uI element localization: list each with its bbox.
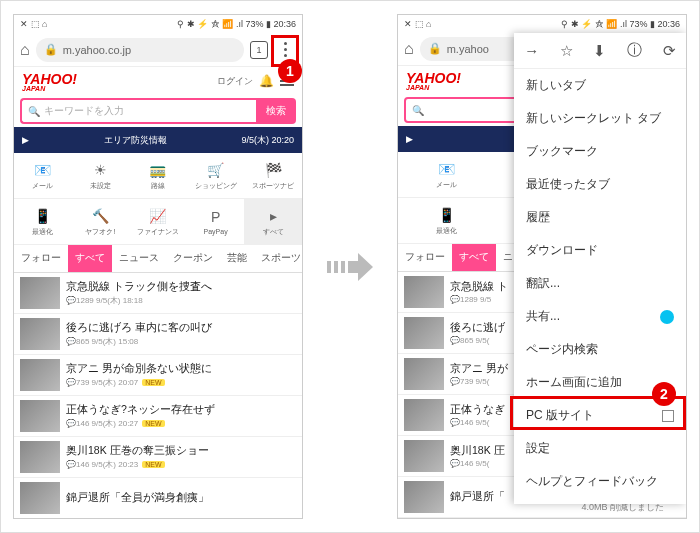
news-item[interactable]: 奥川18K 圧巻の奪三振ショー💬146 9/5(木) 20:23 NEW bbox=[14, 437, 302, 478]
tab-ニュース[interactable]: ニュース bbox=[112, 245, 166, 272]
service-メール[interactable]: 📧メール bbox=[14, 153, 72, 198]
search-button[interactable]: 検索 bbox=[256, 98, 296, 124]
news-thumbnail bbox=[404, 440, 444, 472]
url-field[interactable]: 🔒 m.yahoo.co.jp bbox=[36, 38, 244, 62]
search-icon: 🔍 bbox=[412, 105, 424, 116]
menu-label: 共有... bbox=[526, 308, 560, 325]
menu-label: ブックマーク bbox=[526, 143, 598, 160]
menu-label: 履歴 bbox=[526, 209, 550, 226]
menu-action-icon[interactable]: ⬇ bbox=[593, 42, 606, 60]
news-list: 京急脱線 トラック側を捜査へ💬1289 9/5(木) 18:18後ろに逃げろ 車… bbox=[14, 273, 302, 518]
service-天気[interactable]: ☀未設定 bbox=[72, 153, 130, 198]
service-ファイナンス[interactable]: 📈ファイナンス bbox=[129, 199, 187, 244]
menu-top-row: →☆⬇ⓘ⟳ bbox=[514, 33, 686, 69]
news-title: 正体うなぎ?ネッシー存在せず bbox=[66, 403, 296, 416]
service-icons-row2: 📱最適化🔨ヤフオク!📈ファイナンスPPayPay▸すべて bbox=[14, 199, 302, 245]
menu-label: ダウンロード bbox=[526, 242, 598, 259]
phone-left: 1 ✕ ⬚ ⌂ ⚲ ✱ ⚡ ⛤ 📶 .ıl 73% ▮ 20:36 ⌂ 🔒 m.… bbox=[13, 14, 303, 519]
phone-right: ✕ ⬚ ⌂ ⚲ ✱ ⚡ ⛤ 📶 .ıl 73% ▮ 20:36 ⌂ 🔒 m.ya… bbox=[397, 14, 687, 519]
tab-フォロー[interactable]: フォロー bbox=[14, 245, 68, 272]
menu-item-設定[interactable]: 設定 bbox=[514, 432, 686, 465]
menu-item-翻訳...[interactable]: 翻訳... bbox=[514, 267, 686, 300]
news-item[interactable]: 京急脱線 トラック側を捜査へ💬1289 9/5(木) 18:18 bbox=[14, 273, 302, 314]
news-title: 後ろに逃げろ 車内に客の叫び bbox=[66, 321, 296, 334]
menu-item-履歴[interactable]: 履歴 bbox=[514, 201, 686, 234]
menu-item-ダウンロード[interactable]: ダウンロード bbox=[514, 234, 686, 267]
news-meta: 💬1289 9/5(木) 18:18 bbox=[66, 295, 296, 306]
tab-すべて[interactable]: すべて bbox=[452, 244, 496, 271]
service-ヤフオク![interactable]: 🔨ヤフオク! bbox=[72, 199, 130, 244]
news-thumbnail bbox=[20, 400, 60, 432]
service-ショッピング[interactable]: 🛒ショッピング bbox=[187, 153, 245, 198]
home-icon[interactable]: ⌂ bbox=[20, 41, 30, 59]
yahoo-header: YAHOO!JAPAN ログイン 🔔 bbox=[14, 67, 302, 95]
news-tabs: フォローすべてニュースクーポン芸能スポーツ bbox=[14, 245, 302, 273]
tab-芸能[interactable]: 芸能 bbox=[220, 245, 254, 272]
search-input[interactable]: 🔍 キーワードを入力 bbox=[20, 98, 256, 124]
yahoo-logo[interactable]: YAHOO!JAPAN bbox=[22, 71, 77, 91]
cast-icon bbox=[660, 310, 674, 324]
menu-label: ヘルプとフィードバック bbox=[526, 473, 658, 490]
news-title: 京急脱線 トラック側を捜査へ bbox=[66, 280, 296, 293]
notification-icon[interactable]: 🔔 bbox=[259, 74, 274, 88]
service-最適化[interactable]: 📱最適化 bbox=[398, 198, 494, 243]
login-link[interactable]: ログイン bbox=[217, 75, 253, 88]
svg-marker-4 bbox=[358, 253, 373, 281]
menu-item-共有...[interactable]: 共有... bbox=[514, 300, 686, 333]
menu-action-icon[interactable]: → bbox=[524, 42, 539, 59]
menu-action-icon[interactable]: ☆ bbox=[560, 42, 573, 60]
news-thumbnail bbox=[404, 358, 444, 390]
news-title: 京アニ 男が命別条ない状態に bbox=[66, 362, 296, 375]
service-PayPay[interactable]: PPayPay bbox=[187, 199, 245, 244]
search-placeholder: キーワードを入力 bbox=[44, 104, 124, 118]
menu-label: ページ内検索 bbox=[526, 341, 598, 358]
news-item[interactable]: 正体うなぎ?ネッシー存在せず💬146 9/5(木) 20:27 NEW bbox=[14, 396, 302, 437]
search-bar: 🔍 キーワードを入力 検索 bbox=[14, 95, 302, 127]
alert-banner[interactable]: ▶ エリア防災情報 9/5(木) 20:20 bbox=[14, 127, 302, 153]
news-thumbnail bbox=[20, 441, 60, 473]
service-icons-row1: 📧メール☀未設定🚃路線🛒ショッピング🏁スポーツナビ bbox=[14, 153, 302, 199]
service-最適化[interactable]: 📱最適化 bbox=[14, 199, 72, 244]
news-item[interactable]: 後ろに逃げろ 車内に客の叫び💬865 9/5(木) 15:08 bbox=[14, 314, 302, 355]
news-meta: 💬739 9/5(木) 20:07 NEW bbox=[66, 377, 296, 388]
news-item[interactable]: 錦戸退所「全員が満身創痍」 bbox=[14, 478, 302, 518]
lock-icon: 🔒 bbox=[44, 43, 58, 56]
status-bar: ✕ ⬚ ⌂ ⚲ ✱ ⚡ ⛤ 📶 .ıl 73% ▮ 20:36 bbox=[398, 15, 686, 33]
menu-action-icon[interactable]: ⓘ bbox=[627, 41, 642, 60]
svg-rect-0 bbox=[327, 261, 331, 273]
news-title: 奥川18K 圧巻の奪三振ショー bbox=[66, 444, 296, 457]
service-すべて[interactable]: ▸すべて bbox=[244, 199, 302, 244]
step-badge-2: 2 bbox=[652, 382, 676, 406]
play-icon: ▶ bbox=[22, 135, 29, 145]
menu-label: 設定 bbox=[526, 440, 550, 457]
tab-switcher[interactable]: 1 bbox=[250, 41, 268, 59]
play-icon: ▶ bbox=[406, 134, 413, 144]
yahoo-logo[interactable]: YAHOO!JAPAN bbox=[406, 70, 461, 90]
menu-item-ブックマーク[interactable]: ブックマーク bbox=[514, 135, 686, 168]
tab-すべて[interactable]: すべて bbox=[68, 245, 112, 272]
tab-クーポン[interactable]: クーポン bbox=[166, 245, 220, 272]
browser-menu: →☆⬇ⓘ⟳ 新しいタブ新しいシークレット タブブックマーク最近使ったタブ履歴ダウ… bbox=[514, 33, 686, 504]
news-thumbnail bbox=[20, 318, 60, 350]
service-メール[interactable]: 📧メール bbox=[398, 152, 494, 197]
news-item[interactable]: 京アニ 男が命別条ない状態に💬739 9/5(木) 20:07 NEW bbox=[14, 355, 302, 396]
service-路線[interactable]: 🚃路線 bbox=[129, 153, 187, 198]
status-left: ✕ ⬚ ⌂ bbox=[404, 19, 431, 29]
menu-item-新しいシークレット タブ[interactable]: 新しいシークレット タブ bbox=[514, 102, 686, 135]
address-bar: ⌂ 🔒 m.yahoo.co.jp 1 bbox=[14, 33, 302, 67]
menu-item-新しいタブ[interactable]: 新しいタブ bbox=[514, 69, 686, 102]
alert-text: エリア防災情報 bbox=[104, 134, 167, 147]
svg-rect-2 bbox=[341, 261, 345, 273]
step-badge-1: 1 bbox=[278, 59, 302, 83]
home-icon[interactable]: ⌂ bbox=[404, 40, 414, 58]
service-スポーツナビ[interactable]: 🏁スポーツナビ bbox=[244, 153, 302, 198]
status-right: ⚲ ✱ ⚡ ⛤ 📶 .ıl 73% ▮ 20:36 bbox=[177, 19, 296, 29]
menu-item-ページ内検索[interactable]: ページ内検索 bbox=[514, 333, 686, 366]
news-thumbnail bbox=[20, 482, 60, 514]
menu-item-ヘルプとフィードバック[interactable]: ヘルプとフィードバック bbox=[514, 465, 686, 498]
menu-item-最近使ったタブ[interactable]: 最近使ったタブ bbox=[514, 168, 686, 201]
menu-action-icon[interactable]: ⟳ bbox=[663, 42, 676, 60]
news-thumbnail bbox=[20, 359, 60, 391]
tab-フォロー[interactable]: フォロー bbox=[398, 244, 452, 271]
tab-スポーツ[interactable]: スポーツ bbox=[254, 245, 302, 272]
